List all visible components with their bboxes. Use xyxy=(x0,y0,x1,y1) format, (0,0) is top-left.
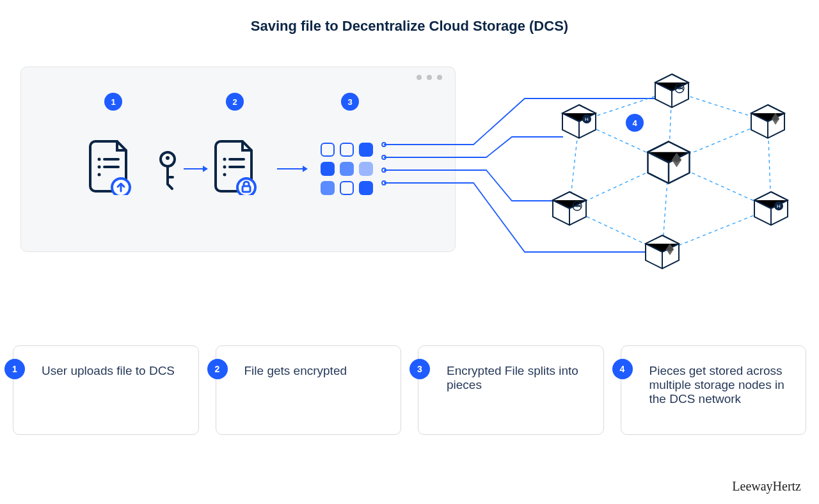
step-badge: 4 xyxy=(612,359,633,379)
attribution-text: LeewayHertz xyxy=(732,479,801,494)
step-badge: 1 xyxy=(4,359,25,379)
window-dot xyxy=(437,75,442,80)
key-icon xyxy=(155,150,180,194)
svg-point-11 xyxy=(223,173,227,177)
step-card-2: 2 File gets encrypted xyxy=(216,345,402,435)
file-locked-icon xyxy=(211,138,262,198)
svg-point-0 xyxy=(98,158,101,161)
flow-badge-3: 3 xyxy=(341,93,359,111)
step-text: Encrypted File splits into pieces xyxy=(447,364,589,392)
window-controls xyxy=(417,75,442,80)
step-text: User uploads file to DCS xyxy=(42,364,184,378)
arrow-right-icon xyxy=(182,164,208,176)
step-text: File gets encrypted xyxy=(244,364,387,378)
diagram-canvas: 1 2 3 xyxy=(0,60,819,303)
step-card-4: 4 Pieces get stored across multiple stor… xyxy=(621,345,807,435)
flow-badge-1: 1 xyxy=(104,93,122,111)
pieces-grid-icon xyxy=(321,143,374,196)
step-badge: 2 xyxy=(207,359,228,379)
step-cards-row: 1 User uploads file to DCS 2 File gets e… xyxy=(13,345,806,435)
browser-window: 1 2 3 xyxy=(20,67,456,252)
step-card-3: 3 Encrypted File splits into pieces xyxy=(418,345,604,435)
diagram-title: Saving file to Decentralize Cloud Storag… xyxy=(0,0,819,35)
svg-point-7 xyxy=(166,156,170,160)
svg-point-10 xyxy=(223,166,227,169)
arrow-right-icon xyxy=(276,164,308,176)
step-badge: 3 xyxy=(410,359,430,379)
flow-badge-4: 4 xyxy=(626,114,644,132)
step-text: Pieces get stored across multiple storag… xyxy=(649,364,792,406)
svg-point-9 xyxy=(223,158,227,161)
window-dot xyxy=(417,75,422,80)
file-upload-icon xyxy=(85,138,136,198)
step-card-1: 1 User uploads file to DCS xyxy=(13,345,199,435)
svg-point-1 xyxy=(98,166,101,169)
flow-badge-2: 2 xyxy=(226,93,244,111)
window-dot xyxy=(427,75,432,80)
svg-point-2 xyxy=(98,173,101,177)
